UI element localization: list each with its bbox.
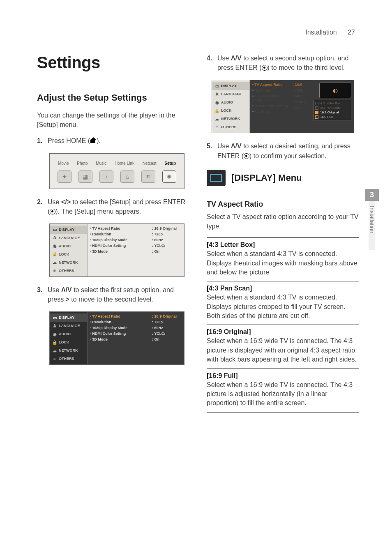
display-menu-heading: [DISPLAY] Menu bbox=[207, 170, 359, 186]
adjust-heading: Adjust the Setup Settings bbox=[37, 92, 189, 103]
audio-icon: ◉ bbox=[214, 100, 219, 105]
opt-desc: Select when a standard 4:3 TV is connect… bbox=[207, 249, 359, 277]
others-icon: ≡ bbox=[214, 124, 219, 129]
network-icon: ☁ bbox=[52, 260, 57, 265]
right-column: 4. Use Λ/V to select a second setup opti… bbox=[207, 53, 359, 416]
divider bbox=[207, 281, 359, 281]
adjust-intro: You can change the settings of the playe… bbox=[37, 111, 189, 129]
nav-up-down-icon: Λ/V bbox=[61, 286, 72, 293]
display-menu-icon bbox=[207, 170, 226, 186]
movie-icon: ✦ bbox=[58, 170, 71, 183]
step-4: 4. Use Λ/V to select a second setup opti… bbox=[207, 53, 359, 72]
nav-up-down-icon: Λ/V bbox=[231, 55, 242, 62]
others-icon: ≡ bbox=[52, 356, 57, 361]
nav-right-icon: > bbox=[66, 296, 69, 303]
home-icon bbox=[90, 138, 97, 144]
language-icon: A bbox=[214, 92, 219, 97]
lock-icon: 🔒 bbox=[52, 252, 57, 257]
chapter-side-tab: 3 Installation bbox=[365, 189, 379, 250]
screenshot-setup-level2: ▭DISPLAY ALANGUAGE ◉AUDIO 🔒LOCK ☁NETWORK… bbox=[49, 311, 184, 365]
enter-icon bbox=[262, 65, 267, 71]
step-2: 2. Use </> to select the [Setup] and pre… bbox=[37, 197, 189, 216]
aspect-preview-icon: ◐ bbox=[319, 83, 351, 98]
audio-icon: ◉ bbox=[52, 244, 57, 249]
screenshot-setup-level1: ▭DISPLAY ALANGUAGE ◉AUDIO 🔒LOCK ☁NETWORK… bbox=[49, 223, 184, 277]
opt-desc: Select when a standard 4:3 TV is connect… bbox=[207, 293, 359, 320]
enter-icon bbox=[244, 153, 249, 159]
opt-title: [16:9 Original] bbox=[207, 328, 359, 336]
nav-up-down-icon: Λ/V bbox=[231, 143, 242, 150]
page-number: 27 bbox=[348, 29, 355, 36]
screenshot-home-menu: Movie Photo Music Home Link Netcast Setu… bbox=[49, 153, 184, 189]
nav-left-right-icon: </> bbox=[61, 198, 71, 205]
language-icon: A bbox=[52, 235, 57, 240]
divider bbox=[207, 412, 359, 412]
display-icon: ▭ bbox=[52, 227, 57, 232]
divider bbox=[207, 325, 359, 325]
network-icon: ☁ bbox=[52, 348, 57, 353]
tv-aspect-title: TV Aspect Ratio bbox=[207, 200, 359, 209]
screenshot-setup-level3: ▭DISPLAY ALANGUAGE ◉AUDIO 🔒LOCK ☁NETWORK… bbox=[212, 80, 354, 133]
opt-title: [16:9 Full] bbox=[207, 372, 359, 380]
setup-icon: ✺ bbox=[162, 170, 176, 183]
others-icon: ≡ bbox=[52, 268, 57, 273]
step-5: 5. Use Λ/V to select a desired setting, … bbox=[207, 141, 359, 160]
divider bbox=[207, 369, 359, 369]
chapter-number: 3 bbox=[365, 189, 379, 201]
lock-icon: 🔒 bbox=[214, 108, 219, 113]
netcast-icon: ≋ bbox=[141, 170, 155, 183]
step-3: 3. Use Λ/V to select the first setup opt… bbox=[37, 285, 189, 304]
photo-icon: ▦ bbox=[78, 170, 92, 183]
display-icon: ▭ bbox=[214, 83, 219, 88]
page-header: Installation 27 bbox=[37, 29, 359, 36]
page-title: Settings bbox=[37, 53, 189, 72]
section-name: Installation bbox=[305, 29, 337, 36]
opt-desc: Select when a 16:9 wide TV is connected.… bbox=[207, 336, 359, 364]
chapter-label: Installation bbox=[369, 201, 375, 250]
opt-title: [4:3 Letter Box] bbox=[207, 241, 359, 249]
tv-aspect-desc: Select a TV aspect ratio option accordin… bbox=[207, 212, 359, 231]
language-icon: A bbox=[52, 323, 57, 328]
left-column: Settings Adjust the Setup Settings You c… bbox=[37, 53, 189, 416]
audio-icon: ◉ bbox=[52, 332, 57, 336]
opt-title: [4:3 Pan Scan] bbox=[207, 285, 359, 292]
display-icon: ▭ bbox=[52, 315, 57, 320]
homelink-icon: ⌂ bbox=[120, 170, 134, 183]
step-1: 1. Press HOME (). bbox=[37, 136, 189, 145]
opt-desc: Select when a 16:9 wide TV is connected.… bbox=[207, 380, 359, 408]
divider bbox=[207, 237, 359, 238]
enter-icon bbox=[50, 209, 55, 214]
network-icon: ☁ bbox=[214, 116, 219, 121]
lock-icon: 🔒 bbox=[52, 340, 57, 345]
music-icon: ♪ bbox=[99, 170, 113, 183]
